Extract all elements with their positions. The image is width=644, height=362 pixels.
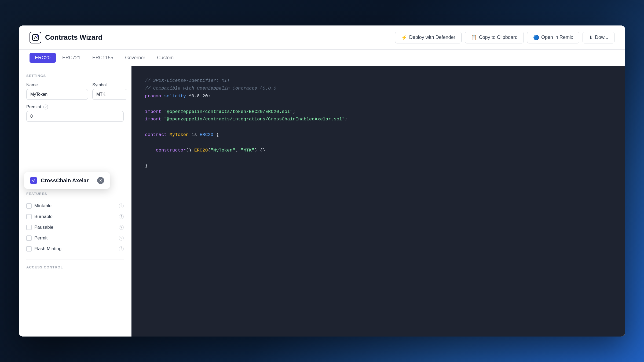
app-title: Contracts Wizard xyxy=(45,33,103,42)
features-section-label: FEATURES xyxy=(26,192,124,196)
app-window: Contracts Wizard ⚡ Deploy with Defender … xyxy=(19,25,625,337)
symbol-group: Symbol xyxy=(92,83,127,100)
mintable-checkbox[interactable] xyxy=(26,203,32,209)
logo-area: Contracts Wizard xyxy=(30,32,103,43)
premint-help-icon[interactable]: ? xyxy=(43,105,48,109)
feature-burnable: Burnable ? xyxy=(26,211,124,222)
logo-icon xyxy=(30,32,41,43)
download-button[interactable]: ⬇ Dow... xyxy=(583,32,614,43)
feature-mintable: Mintable ? xyxy=(26,201,124,211)
name-label: Name xyxy=(26,83,88,87)
tab-governor[interactable]: Governor xyxy=(120,53,151,63)
main-content: SETTINGS Name Symbol Premint ? xyxy=(19,66,625,337)
flash-minting-label: Flash Minting xyxy=(34,246,116,252)
crosschain-card: CrossChain Axelar ✕ xyxy=(24,172,110,189)
clipboard-icon: 📋 xyxy=(471,35,477,40)
copy-clipboard-button[interactable]: 📋 Copy to Clipboard xyxy=(465,32,524,43)
burnable-label: Burnable xyxy=(34,214,116,219)
feature-flash-minting: Flash Minting ? xyxy=(26,243,124,254)
pausable-checkbox[interactable] xyxy=(26,225,32,230)
premint-label-row: Premint ? xyxy=(26,105,124,109)
access-section: ACCESS CONTROL xyxy=(26,265,124,269)
nav-tabs: ERC20 ERC721 ERC1155 Governor Custom xyxy=(19,50,625,66)
code-panel: // SPDX-License-Identifier: MIT // Compa… xyxy=(131,66,625,337)
remix-icon: 🔵 xyxy=(533,35,539,40)
permit-checkbox[interactable] xyxy=(26,235,32,241)
crosschain-label: CrossChain Axelar xyxy=(41,178,93,184)
code-block: // SPDX-License-Identifier: MIT // Compa… xyxy=(145,77,612,170)
deploy-button[interactable]: ⚡ Deploy with Defender xyxy=(395,32,462,43)
tab-erc20[interactable]: ERC20 xyxy=(30,53,56,63)
crosschain-close-button[interactable]: ✕ xyxy=(97,177,104,184)
permit-help-icon[interactable]: ? xyxy=(119,236,124,241)
header-actions: ⚡ Deploy with Defender 📋 Copy to Clipboa… xyxy=(395,32,614,43)
settings-section-label: SETTINGS xyxy=(26,74,124,78)
tab-erc1155[interactable]: ERC1155 xyxy=(87,53,119,63)
pausable-label: Pausable xyxy=(34,225,116,230)
flash-minting-checkbox[interactable] xyxy=(26,246,32,252)
premint-group: Premint ? xyxy=(26,105,124,122)
permit-label: Permit xyxy=(34,235,116,241)
premint-label: Premint xyxy=(26,105,41,109)
burnable-checkbox[interactable] xyxy=(26,214,32,219)
defender-icon: ⚡ xyxy=(401,35,407,40)
open-remix-button[interactable]: 🔵 Open in Remix xyxy=(527,32,579,43)
name-symbol-row: Name Symbol xyxy=(26,83,124,100)
pausable-help-icon[interactable]: ? xyxy=(119,225,124,230)
crosschain-checkbox[interactable] xyxy=(30,177,37,184)
features-divider xyxy=(26,260,124,260)
flash-minting-help-icon[interactable]: ? xyxy=(119,246,124,251)
header: Contracts Wizard ⚡ Deploy with Defender … xyxy=(19,25,625,50)
access-section-label: ACCESS CONTROL xyxy=(26,265,124,269)
mintable-help-icon[interactable]: ? xyxy=(119,204,124,208)
symbol-label: Symbol xyxy=(92,83,127,87)
name-group: Name xyxy=(26,83,88,100)
mintable-label: Mintable xyxy=(34,203,116,209)
feature-pausable: Pausable ? xyxy=(26,222,124,233)
features-section: FEATURES Mintable ? Burnable ? Pausable … xyxy=(26,192,124,254)
download-icon: ⬇ xyxy=(589,35,593,40)
premint-input[interactable] xyxy=(26,111,124,122)
name-input[interactable] xyxy=(26,89,88,100)
tab-erc721[interactable]: ERC721 xyxy=(57,53,86,63)
burnable-help-icon[interactable]: ? xyxy=(119,214,124,219)
settings-divider xyxy=(26,127,124,127)
feature-permit: Permit ? xyxy=(26,233,124,243)
svg-point-1 xyxy=(37,35,38,36)
tab-custom[interactable]: Custom xyxy=(152,53,179,63)
sidebar: SETTINGS Name Symbol Premint ? xyxy=(19,66,131,337)
symbol-input[interactable] xyxy=(92,89,127,100)
